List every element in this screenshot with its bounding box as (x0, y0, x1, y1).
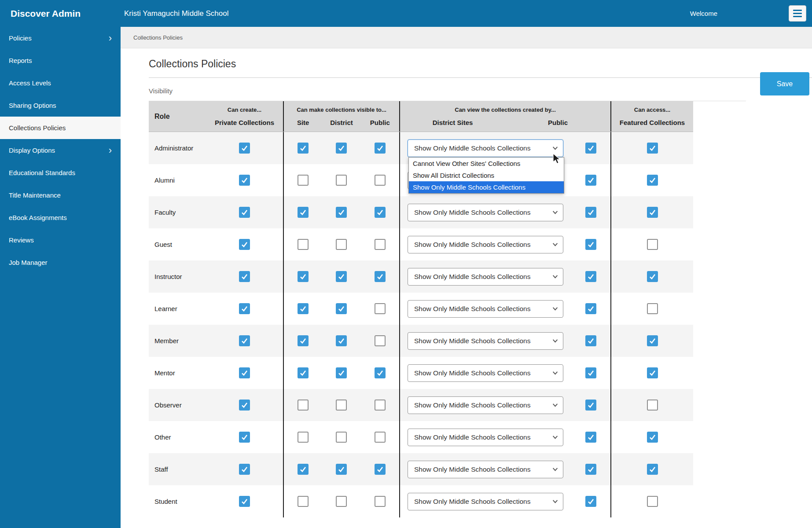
visible-district-checkbox[interactable] (336, 271, 347, 282)
visible-public-checkbox[interactable] (375, 496, 386, 507)
visible-site-checkbox[interactable] (298, 271, 309, 282)
view-public-checkbox[interactable] (585, 367, 596, 378)
featured-collections-checkbox[interactable] (647, 335, 658, 346)
visible-district-checkbox[interactable] (336, 496, 347, 507)
visible-district-checkbox[interactable] (336, 239, 347, 250)
sidebar-item-display-options[interactable]: Display Options› (0, 139, 121, 161)
visible-district-checkbox[interactable] (336, 143, 347, 154)
featured-collections-checkbox[interactable] (647, 496, 658, 507)
featured-collections-checkbox[interactable] (647, 303, 658, 314)
district-sites-select[interactable]: Show Only Middle Schools Collections (408, 300, 563, 318)
select-option-cannot-view-other-sites-collections[interactable]: Cannot View Other Sites' Collections (409, 158, 564, 169)
visible-site-checkbox[interactable] (298, 496, 309, 507)
sidebar-item-reports[interactable]: Reports (0, 49, 121, 72)
view-public-checkbox[interactable] (585, 143, 596, 154)
sidebar-item-educational-standards[interactable]: Educational Standards (0, 161, 121, 184)
featured-collections-checkbox[interactable] (647, 175, 658, 186)
visible-site-checkbox[interactable] (298, 335, 309, 346)
visible-site-checkbox[interactable] (298, 367, 309, 378)
private-collections-checkbox[interactable] (239, 367, 250, 378)
visible-public-checkbox[interactable] (375, 367, 386, 378)
sidebar-item-sharing-options[interactable]: Sharing Options (0, 94, 121, 117)
district-sites-select[interactable]: Show Only Middle Schools Collections (408, 396, 563, 414)
sidebar-item-collections-policies[interactable]: Collections Policies (0, 117, 121, 139)
private-collections-checkbox[interactable] (239, 239, 250, 250)
sidebar-item-reviews[interactable]: Reviews (0, 229, 121, 251)
visible-site-checkbox[interactable] (298, 400, 309, 411)
view-public-checkbox[interactable] (585, 175, 596, 186)
view-public-checkbox[interactable] (585, 303, 596, 314)
district-sites-select[interactable]: Show Only Middle Schools Collections (408, 364, 563, 382)
select-option-show-all-district-collections[interactable]: Show All District Collections (409, 169, 564, 181)
featured-collections-checkbox[interactable] (647, 207, 658, 218)
sidebar-item-ebook-assignments[interactable]: eBook Assignments (0, 206, 121, 229)
visible-public-checkbox[interactable] (375, 271, 386, 282)
visible-site-checkbox[interactable] (298, 432, 309, 443)
visible-district-checkbox[interactable] (336, 432, 347, 443)
visible-district-checkbox[interactable] (336, 335, 347, 346)
view-public-checkbox[interactable] (585, 335, 596, 346)
visible-district-checkbox[interactable] (336, 464, 347, 475)
visible-site-checkbox[interactable] (298, 464, 309, 475)
district-sites-select[interactable]: Show Only Middle Schools Collections (408, 461, 563, 478)
view-public-checkbox[interactable] (585, 271, 596, 282)
sidebar-item-title-maintenance[interactable]: Title Maintenance (0, 184, 121, 206)
featured-collections-checkbox[interactable] (647, 432, 658, 443)
visible-district-checkbox[interactable] (336, 367, 347, 378)
visible-public-checkbox[interactable] (375, 303, 386, 314)
private-collections-checkbox[interactable] (239, 207, 250, 218)
view-public-checkbox[interactable] (585, 496, 596, 507)
menu-button[interactable] (789, 5, 806, 22)
view-public-checkbox[interactable] (585, 464, 596, 475)
visible-district-checkbox[interactable] (336, 303, 347, 314)
sidebar-item-policies[interactable]: Policies› (0, 27, 121, 49)
featured-collections-checkbox[interactable] (647, 239, 658, 250)
visible-public-checkbox[interactable] (375, 400, 386, 411)
district-sites-select[interactable]: Show Only Middle Schools Collections (408, 139, 563, 157)
select-option-show-only-middle-schools-collections[interactable]: Show Only Middle Schools Collections (409, 181, 564, 193)
visible-public-checkbox[interactable] (375, 432, 386, 443)
featured-collections-checkbox[interactable] (647, 271, 658, 282)
view-public-checkbox[interactable] (585, 207, 596, 218)
visible-public-checkbox[interactable] (375, 464, 386, 475)
private-collections-checkbox[interactable] (239, 496, 250, 507)
private-collections-checkbox[interactable] (239, 335, 250, 346)
private-collections-checkbox[interactable] (239, 175, 250, 186)
visible-public-checkbox[interactable] (375, 175, 386, 186)
private-collections-checkbox[interactable] (239, 464, 250, 475)
visible-public-checkbox[interactable] (375, 239, 386, 250)
visible-public-checkbox[interactable] (375, 143, 386, 154)
visible-site-checkbox[interactable] (298, 175, 309, 186)
visible-district-checkbox[interactable] (336, 207, 347, 218)
district-sites-select[interactable]: Show Only Middle Schools Collections (408, 268, 563, 286)
private-collections-checkbox[interactable] (239, 271, 250, 282)
private-collections-checkbox[interactable] (239, 400, 250, 411)
view-public-checkbox[interactable] (585, 239, 596, 250)
district-sites-select[interactable]: Show Only Middle Schools Collections (408, 429, 563, 446)
featured-collections-checkbox[interactable] (647, 400, 658, 411)
visible-site-checkbox[interactable] (298, 143, 309, 154)
private-collections-checkbox[interactable] (239, 143, 250, 154)
sidebar-item-job-manager[interactable]: Job Manager (0, 251, 121, 274)
save-button[interactable]: Save (760, 72, 809, 95)
featured-collections-checkbox[interactable] (647, 143, 658, 154)
district-sites-select[interactable]: Show Only Middle Schools Collections (408, 236, 563, 253)
visible-public-checkbox[interactable] (375, 207, 386, 218)
view-public-checkbox[interactable] (585, 432, 596, 443)
district-sites-cell: Show Only Middle Schools Collections (399, 357, 571, 389)
private-collections-checkbox[interactable] (239, 432, 250, 443)
view-public-checkbox[interactable] (585, 400, 596, 411)
featured-collections-checkbox[interactable] (647, 367, 658, 378)
sidebar-item-access-levels[interactable]: Access Levels (0, 72, 121, 94)
district-sites-select[interactable]: Show Only Middle Schools Collections (408, 204, 563, 221)
district-sites-select[interactable]: Show Only Middle Schools Collections (408, 332, 563, 350)
private-collections-checkbox[interactable] (239, 303, 250, 314)
visible-site-checkbox[interactable] (298, 303, 309, 314)
visible-public-checkbox[interactable] (375, 335, 386, 346)
featured-collections-checkbox[interactable] (647, 464, 658, 475)
district-sites-select[interactable]: Show Only Middle Schools Collections (408, 493, 563, 510)
visible-site-checkbox[interactable] (298, 239, 309, 250)
visible-site-checkbox[interactable] (298, 207, 309, 218)
visible-district-checkbox[interactable] (336, 400, 347, 411)
visible-district-checkbox[interactable] (336, 175, 347, 186)
